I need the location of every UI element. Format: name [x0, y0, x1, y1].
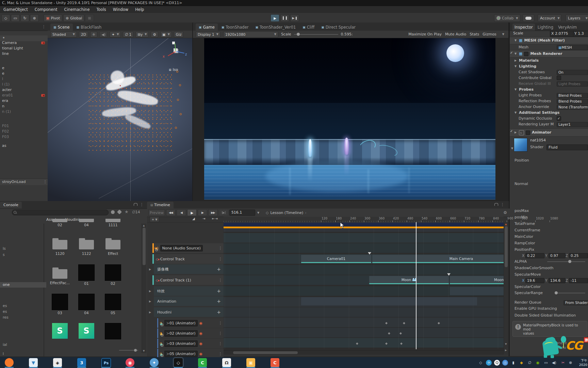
lighting-foldout[interactable]: ▼Lighting: [510, 63, 588, 69]
asset-item[interactable]: 02: [103, 264, 123, 286]
audio-source-field[interactable]: None (Audio Source): [160, 245, 203, 251]
play-range-toggle[interactable]: [▶]: [219, 209, 228, 216]
scale-x-field[interactable]: X 2.0775: [550, 31, 574, 37]
panel-menu-icon[interactable]: ⋮: [42, 25, 46, 29]
tray-icon[interactable]: ✈: [486, 360, 492, 366]
hierarchy-item[interactable]: l: [0, 76, 50, 82]
timeline-marker-icon[interactable]: [447, 273, 451, 276]
render-queue-dropdown[interactable]: From Shader: [564, 300, 588, 305]
reflection-probes-dropdown[interactable]: Blend Probes: [557, 99, 588, 104]
pivot-toggle[interactable]: ▣Pivot: [44, 14, 62, 22]
console-tab[interactable]: Console: [0, 202, 22, 209]
timeline-hscrollbar[interactable]: [224, 350, 504, 355]
add-to-group-icon[interactable]: +: [217, 309, 221, 315]
display-dropdown[interactable]: Display 1▼: [196, 31, 220, 37]
tray-icon[interactable]: ◇: [478, 360, 484, 366]
track-menu-icon[interactable]: ⋮: [218, 331, 222, 336]
hierarchy-item[interactable]: era01: [0, 93, 50, 98]
record-dot-icon[interactable]: ◉: [199, 352, 203, 356]
animator-binding-field[interactable]: ≻05 (Animator): [164, 351, 198, 357]
tray-icon[interactable]: ▭: [543, 360, 549, 366]
animator-enabled-checkbox[interactable]: [526, 131, 530, 135]
resolution-dropdown[interactable]: 1920x1080▼: [223, 31, 278, 37]
gpu-instancing-label[interactable]: Enable GPU Instancing: [510, 305, 588, 312]
visibility-toggle-icon[interactable]: ∅1: [123, 31, 133, 37]
track-menu-icon[interactable]: ⋮: [218, 341, 222, 346]
scroll-down-arrow[interactable]: ▼: [143, 350, 145, 352]
asset-item[interactable]: 05: [103, 294, 123, 315]
timeline-settings-gear-icon[interactable]: ⚙: [503, 210, 507, 215]
add-to-group-icon[interactable]: +: [217, 266, 221, 272]
tree-item[interactable]: l: [0, 351, 46, 357]
game-tab[interactable]: ▣ToonShader: [218, 24, 252, 31]
group-track-header[interactable]: ▶ 摄像機 +: [154, 264, 224, 274]
asset-item[interactable]: S: [50, 323, 70, 339]
menu-item[interactable]: Component: [35, 7, 58, 12]
hierarchy-item[interactable]: as: [0, 143, 50, 149]
asset-item[interactable]: EffectPac...: [50, 264, 70, 285]
global-toggle[interactable]: ⊕Global: [63, 14, 84, 22]
effects-dropdown-icon[interactable]: ✦▼: [110, 31, 121, 37]
game-tab[interactable]: ▣Direct Specular: [318, 24, 359, 31]
taskbar-app-icon[interactable]: [5, 357, 14, 368]
rotate-tool-icon[interactable]: ↻: [20, 14, 29, 22]
timeline-clip[interactable]: [301, 297, 477, 305]
shader-dropdown[interactable]: Fluid: [546, 144, 588, 150]
hierarchy-item[interactable]: n (1): [0, 109, 50, 114]
collapse-arrow-icon[interactable]: ▶: [149, 290, 151, 293]
dontdestroyonload-header[interactable]: stroyOnLoad ⋮: [0, 179, 50, 185]
play-button[interactable]: ▶: [187, 209, 197, 216]
timeline-vscrollbar[interactable]: ▲ ▼ ▶: [504, 222, 508, 354]
preview-toggle[interactable]: Preview: [148, 209, 165, 216]
tree-item[interactable]: ial: [0, 342, 46, 348]
anchor-override-field[interactable]: None (Transform): [557, 105, 588, 110]
animator-header[interactable]: ▶ ≻ Animator: [510, 128, 588, 137]
rect-tool-icon[interactable]: ▭: [11, 14, 20, 22]
scroll-up-arrow[interactable]: ▲: [143, 224, 145, 227]
hierarchy-item[interactable]: e: [0, 65, 50, 71]
tray-icon[interactable]: ◀): [551, 360, 557, 366]
animator-track-header[interactable]: ▲ ≻03 (Animator) ⊙ ◉ ⋮: [157, 339, 224, 348]
hscrollbar-thumb[interactable]: [233, 351, 298, 354]
mesh-object-field[interactable]: ▦MESH: [557, 45, 588, 50]
scale-slider[interactable]: [294, 34, 338, 35]
material-preview-thumbnail[interactable]: [514, 138, 527, 152]
dynamic-occlusion-checkbox[interactable]: [557, 116, 561, 121]
hierarchy-item[interactable]: acter: [0, 87, 50, 93]
specularrange-slider-knob[interactable]: [555, 291, 558, 294]
pan-tool-icon[interactable]: ◇: [1, 14, 10, 22]
game-toolbar-button[interactable]: Stats: [470, 32, 479, 36]
animator-track-header[interactable]: ▲ ≻02 (Animator) ⊙ ◉ ⋮: [157, 328, 224, 338]
tray-icon[interactable]: ∅: [527, 360, 533, 366]
play-button[interactable]: ▶: [271, 14, 279, 22]
step-button[interactable]: ▶: [290, 14, 299, 22]
tree-item[interactable]: res: [0, 315, 46, 320]
animator-binding-field[interactable]: ≻02 (Animator): [164, 330, 198, 337]
mesh-filter-header[interactable]: ▼▦MESH (Mesh Filter): [510, 37, 588, 44]
saved-search-star-icon[interactable]: ★: [125, 209, 129, 214]
playhead-line[interactable]: [416, 222, 416, 349]
alpha-slider-knob[interactable]: [568, 260, 571, 263]
track-menu-icon[interactable]: ⋮: [218, 257, 222, 261]
taskbar-app-icon[interactable]: Ω: [222, 357, 231, 368]
grid-snap-icon[interactable]: ⊞: [85, 14, 94, 22]
game-tab[interactable]: ▣ToonShader_Ver01: [252, 24, 299, 31]
light-probes-dropdown[interactable]: Blend Probes: [557, 93, 588, 98]
asset-item[interactable]: 1122: [76, 235, 97, 256]
timeline-clip[interactable]: Moon: [369, 276, 449, 284]
tray-icon[interactable]: Q: [494, 360, 500, 366]
go-to-end-button[interactable]: ▶▶: [208, 209, 218, 216]
tree-item[interactable]: ls: [0, 246, 46, 251]
search-by-label-icon[interactable]: [117, 210, 122, 214]
asset-item[interactable]: 02: [50, 219, 70, 227]
probes-foldout[interactable]: ▼Probes: [510, 87, 588, 92]
menu-item[interactable]: GameObject: [3, 7, 28, 12]
panel-menu-icon[interactable]: ⋮: [501, 202, 504, 207]
group-track-header[interactable]: ▶ Houdini +: [154, 307, 224, 317]
timeline-clip[interactable]: Moon (1): [450, 276, 504, 284]
taskbar-app-icon[interactable]: ▣: [246, 357, 255, 368]
taskbar-app-icon[interactable]: ◇: [174, 357, 183, 368]
menu-item[interactable]: Cinemachine: [64, 7, 89, 12]
group-track-header[interactable]: ▶ Animation +: [154, 296, 224, 306]
scrollbar-thumb[interactable]: [505, 226, 508, 267]
